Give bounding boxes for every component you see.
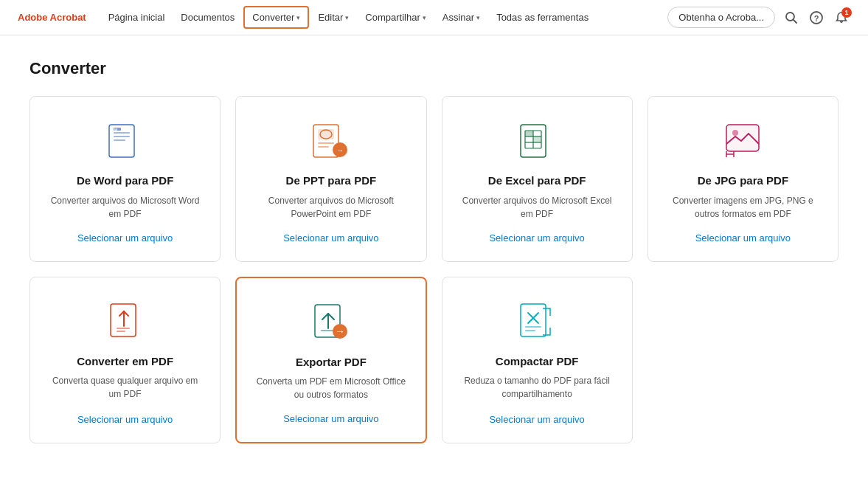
cards-row-1: W De Word para PDF Converter arquivos do… — [29, 96, 839, 262]
svg-text:?: ? — [814, 13, 819, 22]
svg-rect-34 — [117, 331, 125, 332]
ppt-to-pdf-desc: Converter arquivos do Microsoft PowerPoi… — [251, 194, 411, 221]
convert-to-pdf-title: Converter em PDF — [77, 354, 173, 369]
compartilhar-chevron-icon: ▾ — [423, 14, 426, 21]
jpg-to-pdf-link[interactable]: Selecionar um arquivo — [695, 232, 791, 243]
svg-point-27 — [732, 130, 738, 136]
notifications-button[interactable]: 1 — [833, 9, 850, 27]
search-button[interactable] — [782, 9, 800, 27]
nav-assinar[interactable]: Assinar ▾ — [435, 7, 487, 27]
svg-rect-33 — [117, 328, 130, 329]
word-to-pdf-desc: Converter arquivos do Microsoft Word em … — [45, 194, 205, 221]
compress-icon — [516, 301, 558, 342]
svg-rect-6 — [114, 132, 130, 134]
nav-converter[interactable]: Converter ▾ — [243, 6, 309, 29]
compress-pdf-title: Compactar PDF — [496, 354, 579, 369]
card-jpg-to-pdf: De JPG para PDF Converter imagens em JPG… — [647, 96, 839, 262]
export-pdf-title: Exportar PDF — [296, 355, 367, 370]
word-to-pdf-link[interactable]: Selecionar um arquivo — [77, 232, 173, 243]
main-nav: Página inicial Documentos Converter ▾ Ed… — [101, 6, 665, 29]
export-pdf-desc: Converta um PDF em Microsoft Office ou o… — [251, 375, 410, 401]
get-acrobat-button[interactable]: Obtenha o Acroba... — [667, 7, 775, 28]
svg-rect-41 — [525, 326, 541, 328]
compress-pdf-desc: Reduza o tamanho do PDF para fácil compa… — [457, 374, 617, 402]
excel-icon — [516, 120, 558, 162]
svg-rect-24 — [533, 137, 541, 142]
svg-rect-23 — [525, 131, 533, 137]
svg-rect-40 — [521, 304, 546, 336]
cards-row-2: Converter em PDF Converta quase qualquer… — [29, 277, 839, 444]
app-header: Adobe Acrobat Página inicial Documentos … — [0, 0, 868, 35]
jpg-icon — [722, 120, 763, 162]
export-pdf-link[interactable]: Selecionar um arquivo — [283, 413, 378, 424]
jpg-to-pdf-desc: Converter imagens em JPG, PNG e outros f… — [663, 194, 823, 221]
nav-tools[interactable]: Todas as ferramentas — [489, 7, 596, 27]
nav-docs[interactable]: Documentos — [173, 7, 242, 27]
editar-chevron-icon: ▾ — [345, 14, 349, 21]
card-compress-pdf: Compactar PDF Reduza o tamanho do PDF pa… — [442, 277, 633, 444]
nav-home[interactable]: Página inicial — [101, 7, 173, 27]
compress-pdf-link[interactable]: Selecionar um arquivo — [489, 414, 584, 425]
svg-rect-26 — [726, 125, 759, 151]
excel-to-pdf-link[interactable]: Selecionar um arquivo — [489, 232, 584, 243]
svg-text:→: → — [336, 146, 344, 154]
card-word-to-pdf: W De Word para PDF Converter arquivos do… — [29, 96, 221, 262]
svg-rect-42 — [525, 330, 535, 331]
ppt-to-pdf-link[interactable]: Selecionar um arquivo — [283, 232, 378, 243]
convert-to-pdf-link[interactable]: Selecionar um arquivo — [77, 414, 173, 425]
svg-rect-8 — [114, 139, 125, 141]
word-icon: W — [105, 120, 146, 162]
brand-logo: Adobe Acrobat — [18, 12, 86, 23]
word-to-pdf-title: De Word para PDF — [77, 173, 173, 188]
converter-chevron-icon: ▾ — [296, 14, 300, 21]
card-excel-to-pdf: De Excel para PDF Converter arquivos do … — [442, 96, 633, 262]
page-title: Converter — [29, 59, 839, 78]
convert-to-pdf-desc: Converta quase qualquer arquivo em um PD… — [45, 374, 205, 402]
main-content: Converter W De Word para PDF Converter a… — [0, 35, 868, 501]
card-export-pdf: → Exportar PDF Converta um PDF em Micros… — [235, 277, 426, 444]
jpg-to-pdf-title: De JPG para PDF — [698, 173, 788, 188]
ppt-icon: → — [310, 120, 352, 162]
svg-line-1 — [794, 19, 797, 23]
nav-editar[interactable]: Editar ▾ — [310, 7, 356, 27]
header-actions: Obtenha o Acroba... ? 1 — [667, 7, 850, 28]
svg-text:→: → — [335, 325, 345, 337]
assinar-chevron-icon: ▾ — [476, 14, 480, 21]
ppt-to-pdf-title: De PPT para PDF — [286, 173, 377, 188]
card-ppt-to-pdf: → De PPT para PDF Converter arquivos do … — [235, 96, 426, 262]
svg-rect-7 — [114, 136, 130, 137]
excel-to-pdf-title: De Excel para PDF — [488, 173, 586, 188]
convert-icon — [105, 301, 146, 342]
export-icon: → — [310, 302, 352, 343]
help-button[interactable]: ? — [808, 9, 825, 27]
svg-rect-14 — [318, 142, 334, 144]
excel-to-pdf-desc: Converter arquivos do Microsoft Excel em… — [457, 194, 617, 221]
card-convert-to-pdf: Converter em PDF Converta quase qualquer… — [29, 277, 221, 444]
svg-rect-15 — [318, 146, 329, 148]
notification-badge: 1 — [841, 7, 852, 18]
nav-compartilhar[interactable]: Compartilhar ▾ — [358, 7, 433, 27]
